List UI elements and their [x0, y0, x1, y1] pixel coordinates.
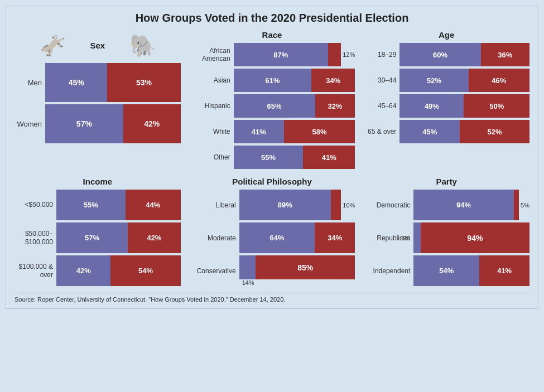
income-dem-100kover: 42%	[56, 255, 110, 286]
party-rep-democratic	[514, 190, 519, 220]
income-bars-100kover: 42% 54%	[56, 255, 181, 286]
age-label-65over: 65 & over	[363, 128, 399, 135]
age-dem-3044: 52%	[399, 69, 468, 92]
race-bars-hispanic: 65% 32%	[234, 94, 355, 118]
race-bars-other: 55% 41%	[234, 146, 355, 169]
party-label-independent: Independent	[363, 267, 413, 275]
polphil-label-conservative: Conservative	[189, 267, 239, 275]
party-rep-republican: 94%	[421, 222, 529, 253]
race-rep-other: 41%	[303, 146, 355, 169]
chart-title: How Groups Voted in the 2020 Presidentia…	[15, 12, 529, 25]
republican-wrapper: 94%	[413, 222, 529, 253]
party-outer-republican: 6%	[399, 235, 410, 241]
polphil-label-moderate: Moderate	[189, 234, 239, 242]
age-title: Age	[363, 30, 529, 40]
age-dem-1829: 60%	[399, 43, 480, 66]
age-bars-65over: 45% 52%	[399, 120, 529, 143]
sex-icons: 🫏 Sex 🐘	[15, 30, 181, 61]
polphil-outer-conservative: 14%	[242, 279, 355, 286]
age-rep-4564: 50%	[464, 94, 529, 118]
polphil-outer-liberal: 10%	[341, 190, 355, 220]
race-label-other: Other	[189, 153, 234, 161]
age-row-65over: 65 & over 45% 52%	[363, 120, 529, 143]
party-bars-republican: 94% 6%	[413, 222, 529, 253]
age-section: Age 18–29 60% 36% 30–44 52% 46% 45–64	[363, 30, 529, 171]
party-bars-democratic: 94% 5%	[413, 190, 529, 220]
race-title: Race	[189, 30, 355, 40]
polphil-bars-conservative: 85% 14%	[239, 255, 355, 286]
polphil-dem-conservative	[239, 255, 256, 279]
race-rep-aa	[328, 43, 341, 66]
republican-bars: 94%	[413, 222, 529, 253]
chart-container: How Groups Voted in the 2020 Presidentia…	[6, 6, 538, 309]
race-dem-white: 41%	[234, 120, 284, 143]
sex-row-men: Men 45% 53%	[15, 63, 181, 102]
income-dem-100k: 57%	[56, 222, 128, 253]
race-rep-asian: 34%	[311, 69, 355, 92]
race-row-asian: Asian 61% 34%	[189, 69, 355, 92]
income-rep-100kover: 54%	[110, 255, 180, 286]
race-label-asian: Asian	[189, 76, 234, 84]
race-dem-asian: 61%	[234, 69, 312, 92]
sex-section: 🫏 Sex 🐘 Men 45% 53% Women	[15, 30, 181, 171]
age-label-3044: 30–44	[363, 76, 399, 84]
svg-text:🐘: 🐘	[129, 33, 157, 59]
income-rep-100k: 42%	[128, 222, 180, 253]
income-row-100kover: $100,000 & over 42% 54%	[15, 255, 181, 286]
sex-dem-women: 57%	[45, 104, 123, 143]
race-rep-white: 58%	[284, 120, 355, 143]
source-text: Source: Roper Center, University of Conn…	[15, 293, 529, 303]
donkey-icon: 🫏	[37, 30, 68, 61]
party-outer-democratic: 5%	[519, 190, 529, 220]
race-rep-hispanic: 32%	[315, 94, 355, 118]
conservative-bars: 85%	[239, 255, 355, 279]
age-label-1829: 18–29	[363, 51, 399, 59]
race-bars-african-american: 87% 12%	[234, 43, 355, 66]
race-row-white: White 41% 58%	[189, 120, 355, 143]
age-bars-1829: 60% 36%	[399, 43, 529, 66]
sex-chart: Men 45% 53% Women 57% 42%	[15, 63, 181, 143]
age-rep-1829: 36%	[481, 43, 529, 66]
age-label-4564: 45–64	[363, 102, 399, 110]
party-dem-republican	[413, 222, 420, 253]
income-label-100kover: $100,000 & over	[15, 263, 56, 279]
age-bars-4564: 49% 50%	[399, 94, 529, 118]
elephant-icon: 🐘	[127, 30, 158, 61]
polphil-section: Political Philosophy Liberal 89% 10% Mod…	[189, 177, 355, 288]
race-bars-asian: 61% 34%	[234, 69, 355, 92]
sex-row-women: Women 57% 42%	[15, 104, 181, 143]
polphil-row-liberal: Liberal 89% 10%	[189, 190, 355, 220]
age-dem-4564: 49%	[399, 94, 464, 118]
party-row-independent: Independent 54% 41%	[363, 255, 529, 286]
polphil-row-conservative: Conservative 85% 14%	[189, 255, 355, 286]
sex-bars-men: 45% 53%	[45, 63, 181, 102]
age-bars-3044: 52% 46%	[399, 69, 529, 92]
party-title: Party	[363, 177, 529, 186]
race-dem-aa: 87%	[234, 43, 328, 66]
main-grid: 🫏 Sex 🐘 Men 45% 53% Women	[15, 30, 529, 288]
svg-text:🫏: 🫏	[39, 33, 66, 59]
income-bars-100k: 57% 42%	[56, 222, 181, 253]
party-section: Party Democratic 94% 5% Republican	[363, 177, 529, 288]
sex-label-men: Men	[15, 79, 45, 87]
income-bars-50k: 55% 44%	[56, 190, 181, 220]
polphil-title: Political Philosophy	[189, 177, 355, 186]
race-label-african-american: African American	[189, 47, 234, 62]
party-row-democratic: Democratic 94% 5%	[363, 190, 529, 220]
conservative-wrapper: 85% 14%	[239, 255, 355, 286]
age-row-4564: 45–64 49% 50%	[363, 94, 529, 118]
race-section: Race African American 87% 12% Asian 61% …	[189, 30, 355, 171]
race-outer-aa: 12%	[341, 43, 355, 66]
income-label-100k: $50,000–$100,000	[15, 230, 56, 246]
polphil-rep-moderate: 34%	[315, 222, 355, 253]
sex-bars-women: 57% 42%	[45, 104, 181, 143]
income-label-50k: <$50,000	[15, 201, 56, 209]
sex-label-women: Women	[15, 120, 45, 128]
polphil-bars-liberal: 89% 10%	[239, 190, 355, 220]
party-row-republican: Republican 94% 6%	[363, 222, 529, 253]
polphil-rep-liberal	[331, 190, 341, 220]
income-dem-50k: 55%	[56, 190, 126, 220]
age-rep-3044: 46%	[469, 69, 529, 92]
sex-rep-women: 42%	[123, 104, 181, 143]
race-row-hispanic: Hispanic 65% 32%	[189, 94, 355, 118]
